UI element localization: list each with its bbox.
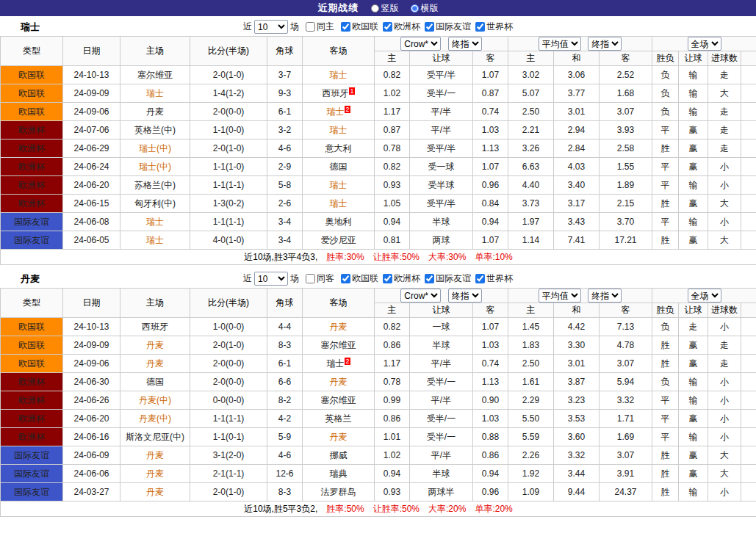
match-row: 欧洲杯24-06-24瑞士(中)1-1(1-0)2-9德国0.82受一球1.07…: [1, 158, 756, 176]
spacer-cell: [741, 231, 756, 250]
league-checkbox[interactable]: [425, 22, 434, 32]
league-filter-4[interactable]: 世界杯: [475, 21, 513, 33]
avg-away: 1.55: [600, 158, 652, 176]
odds-source-select[interactable]: Crow*: [400, 289, 441, 303]
scope-select[interactable]: 全场: [688, 37, 721, 51]
odds-away: 0.96: [473, 176, 508, 195]
league-filter-2[interactable]: 欧洲杯: [383, 272, 420, 285]
result-goals: 走: [708, 336, 741, 355]
away-team-name: 瑞士: [330, 125, 348, 135]
match-type-badge: 欧国联: [1, 66, 63, 84]
same-venue-checkbox[interactable]: [306, 274, 315, 283]
league-checkbox[interactable]: [475, 274, 485, 283]
scope-select[interactable]: 全场: [688, 289, 721, 303]
layout-option-vertical[interactable]: 竖版: [371, 2, 399, 15]
spacer-cell: [741, 213, 756, 231]
score-halftime: 1-1(0-1): [190, 428, 267, 446]
odds-source-select[interactable]: Crow*: [400, 37, 441, 51]
match-row: 欧洲杯24-06-30德国2-0(0-0)6-6丹麦0.78受半/一1.131.…: [1, 373, 756, 391]
league-checkbox[interactable]: [341, 22, 350, 32]
odds-home: 1.17: [375, 103, 410, 121]
spacer-cell: [741, 428, 756, 446]
match-type-badge: 欧国联: [1, 103, 63, 121]
avg-final-select[interactable]: 终指: [588, 37, 622, 51]
summary-stat: 单率:20%: [475, 504, 512, 514]
league-filter-3[interactable]: 国际友谊: [425, 21, 471, 33]
away-team: 瑞士: [303, 195, 375, 213]
home-team-name: 瑞士(中): [139, 162, 171, 172]
spacer-cell: [741, 336, 756, 355]
vertical-layout-radio[interactable]: [371, 4, 379, 12]
corners: 2-9: [267, 158, 303, 176]
filter-bar: 丹麦 近 10 场 同客 欧国联欧洲杯国际友谊世界杯: [0, 269, 756, 288]
same-venue-checkbox[interactable]: [306, 22, 315, 32]
odds-final-select[interactable]: 终指: [448, 289, 482, 303]
avg-away: 4.78: [600, 336, 652, 355]
avg-away: 3.91: [600, 465, 652, 483]
league-label: 欧国联: [352, 21, 378, 33]
avg-home: 5.50: [508, 410, 554, 428]
avg-home: 2.50: [508, 355, 554, 373]
col-header-type: 类型: [1, 289, 63, 318]
match-type-badge: 欧洲杯: [1, 410, 63, 428]
handicap: 两球: [410, 231, 473, 250]
league-checkbox[interactable]: [383, 22, 392, 32]
avg-group-header: 平均值 终指: [508, 37, 652, 51]
result-outcome: 平: [652, 158, 679, 176]
score-halftime: 1-1(0-0): [190, 121, 267, 140]
home-team: 德国: [120, 373, 190, 391]
same-venue-label: 同主: [317, 21, 334, 33]
rows-container: 欧国联24-10-13西班牙1-0(0-0)4-4丹麦0.82一球1.071.4…: [1, 318, 756, 501]
match-type-badge: 欧国联: [1, 318, 63, 336]
odds-away: 0.90: [473, 391, 508, 410]
odds-home: 0.82: [375, 66, 410, 84]
matches-table: 类型 日期 主场 比分(半场) 角球 客场 Crow* 终指 平均值 终指: [0, 288, 756, 517]
recent-count-select[interactable]: 10: [254, 20, 288, 34]
result-handicap: 赢: [679, 410, 708, 428]
result-outcome: 平: [652, 121, 679, 140]
odds-away: 1.07: [473, 158, 508, 176]
corners: 9-3: [267, 84, 303, 103]
avg-final-select[interactable]: 终指: [588, 289, 622, 303]
same-venue-filter[interactable]: 同主: [306, 21, 334, 33]
horizontal-layout-radio[interactable]: [411, 4, 419, 12]
corners: 5-9: [267, 428, 303, 446]
score-halftime: 1-1(1-1): [190, 213, 267, 231]
avg-source-select[interactable]: 平均值: [539, 37, 581, 51]
odds-group-header: Crow* 终指: [375, 289, 508, 303]
result-outcome: 平: [652, 410, 679, 428]
home-team: 丹麦(中): [120, 410, 190, 428]
match-type-badge: 欧洲杯: [1, 428, 63, 446]
avg-source-select[interactable]: 平均值: [539, 289, 581, 303]
result-handicap: 走: [679, 318, 708, 336]
recent-count-select[interactable]: 10: [254, 272, 288, 286]
score-halftime: 3-1(2-0): [190, 446, 267, 465]
same-venue-label: 同客: [317, 272, 334, 285]
odds-final-select[interactable]: 终指: [448, 37, 482, 51]
layout-option-horizontal[interactable]: 横版: [411, 2, 439, 15]
home-team: 瑞士(中): [120, 158, 190, 176]
score-halftime: 1-4(1-2): [190, 84, 267, 103]
league-filter-1[interactable]: 欧国联: [341, 272, 378, 285]
league-filter-3[interactable]: 国际友谊: [425, 272, 471, 285]
odds-home: 0.93: [375, 483, 410, 501]
odds-home: 0.87: [375, 121, 410, 140]
odds-home: 1.02: [375, 446, 410, 465]
league-filter-4[interactable]: 世界杯: [475, 272, 513, 285]
odds-away: 0.88: [473, 428, 508, 446]
result-handicap: 输: [679, 213, 708, 231]
score-halftime: 2-0(0-0): [190, 103, 267, 121]
same-venue-filter[interactable]: 同客: [306, 272, 334, 285]
corners: 4-4: [267, 318, 303, 336]
spacer-cell: [741, 318, 756, 336]
league-checkbox[interactable]: [425, 274, 434, 283]
league-filter-2[interactable]: 欧洲杯: [383, 21, 420, 33]
league-checkbox[interactable]: [475, 22, 485, 32]
odds-away: 1.07: [473, 318, 508, 336]
league-filter-group: 欧国联欧洲杯国际友谊世界杯: [336, 21, 513, 33]
rows-container: 欧国联24-10-13塞尔维亚2-0(1-0)3-7瑞士0.82受平/半1.07…: [1, 66, 756, 250]
league-filter-1[interactable]: 欧国联: [341, 21, 378, 33]
avg-draw: 3.77: [554, 84, 600, 103]
league-checkbox[interactable]: [341, 274, 350, 283]
league-checkbox[interactable]: [383, 274, 392, 283]
